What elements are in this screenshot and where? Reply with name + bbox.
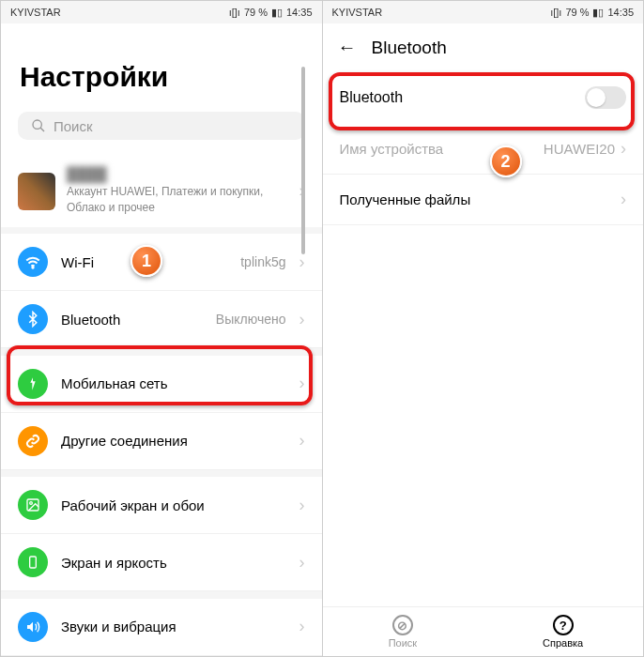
carrier: KYIVSTAR [10, 7, 61, 18]
account-name: ████ [67, 166, 288, 182]
battery-percent: 79 % [565, 7, 589, 18]
search-input[interactable]: Поиск [18, 112, 305, 140]
chevron-right-icon: › [299, 431, 305, 451]
bluetooth-row[interactable]: Bluetooth Выключено › [1, 291, 322, 348]
connections-row[interactable]: Другие соединения › [1, 413, 322, 470]
bluetooth-value: Выключено [216, 312, 286, 327]
vibrate-icon: ı[]ı [550, 7, 561, 18]
status-icons: ı[]ı 79 % ▮▯ 14:35 [550, 7, 634, 19]
status-bar: KYIVSTAR ı[]ı 79 % ▮▯ 14:35 [1, 1, 322, 23]
wifi-row[interactable]: Wi-Fi tplink5g › 1 [1, 234, 322, 291]
mobile-row[interactable]: Мобильная сеть › [1, 356, 322, 413]
section-divider [1, 470, 322, 478]
settings-screen: Настройки Поиск ████ Аккаунт HUAWEI, Пла… [1, 23, 322, 656]
device-name-row[interactable]: Имя устройства HUAWEI20 › [323, 124, 644, 175]
battery-icon: ▮▯ [271, 7, 283, 19]
svg-rect-5 [30, 557, 37, 568]
sound-row[interactable]: Звуки и вибрация › [1, 599, 322, 656]
search-placeholder: Поиск [54, 118, 93, 134]
device-name-value: HUAWEI20 [544, 141, 615, 157]
bluetooth-toggle-label: Bluetooth [340, 89, 404, 106]
header: ← Bluetooth [323, 23, 644, 71]
phone-settings-main: KYIVSTAR ı[]ı 79 % ▮▯ 14:35 Настройки По… [1, 1, 323, 656]
block-icon: ⊘ [392, 615, 413, 635]
nav-search[interactable]: ⊘ Поиск [323, 615, 483, 649]
section-divider [1, 227, 322, 235]
wallpaper-row[interactable]: Рабочий экран и обои › [1, 477, 322, 534]
carrier: KYIVSTAR [332, 7, 383, 18]
screen-row[interactable]: Экран и яркость › [1, 534, 322, 591]
section-divider [1, 591, 322, 599]
bluetooth-icon [18, 304, 48, 334]
bottom-nav: ⊘ Поиск ? Справка [323, 606, 644, 656]
svg-point-4 [30, 502, 33, 505]
page-title: Настройки [1, 23, 322, 112]
chevron-right-icon: › [299, 374, 305, 393]
sound-icon [18, 612, 48, 642]
svg-point-0 [33, 120, 41, 129]
screen-label: Экран и яркость [61, 555, 286, 571]
chevron-right-icon: › [299, 496, 305, 515]
clock: 14:35 [607, 7, 634, 18]
search-icon [31, 118, 46, 133]
wifi-label: Wi-Fi [61, 254, 227, 270]
status-bar: KYIVSTAR ı[]ı 79 % ▮▯ 14:35 [323, 1, 644, 23]
section-divider [1, 348, 322, 356]
mobile-icon [18, 369, 48, 399]
received-files-label: Полученные файлы [340, 191, 471, 207]
bluetooth-toggle-row[interactable]: Bluetooth [323, 71, 644, 124]
chevron-right-icon: › [299, 617, 305, 636]
wifi-icon [18, 247, 48, 277]
phone-icon [18, 547, 48, 577]
device-name-label: Имя устройства [340, 141, 444, 157]
phone-bluetooth-settings: KYIVSTAR ı[]ı 79 % ▮▯ 14:35 ← Bluetooth … [323, 1, 644, 656]
mobile-label: Мобильная сеть [61, 375, 286, 391]
chevron-right-icon: › [621, 190, 626, 209]
wifi-value: tplink5g [240, 254, 285, 269]
nav-search-label: Поиск [389, 637, 417, 649]
scrollbar[interactable] [301, 67, 305, 254]
account-subtitle: Аккаунт HUAWEI, Платежи и покупки, Облак… [67, 184, 288, 216]
svg-line-1 [40, 128, 44, 131]
wallpaper-label: Рабочий экран и обои [61, 497, 286, 513]
vibrate-icon: ı[]ı [229, 7, 240, 18]
chevron-right-icon: › [299, 310, 305, 329]
battery-icon: ▮▯ [592, 7, 604, 19]
nav-help[interactable]: ? Справка [483, 615, 643, 649]
nav-help-label: Справка [543, 637, 583, 649]
status-icons: ı[]ı 79 % ▮▯ 14:35 [229, 7, 313, 19]
clock: 14:35 [286, 7, 313, 18]
chevron-right-icon: › [621, 139, 626, 159]
svg-point-2 [32, 267, 34, 269]
bluetooth-label: Bluetooth [61, 312, 203, 328]
back-button[interactable]: ← [338, 37, 357, 58]
sound-label: Звуки и вибрация [61, 619, 286, 634]
bluetooth-toggle[interactable] [585, 86, 626, 109]
battery-percent: 79 % [244, 7, 268, 18]
chevron-right-icon: › [299, 553, 305, 573]
connections-label: Другие соединения [61, 433, 286, 449]
avatar [18, 173, 55, 210]
picture-icon [18, 490, 48, 520]
link-icon [18, 426, 48, 456]
header-title: Bluetooth [372, 38, 447, 58]
account-row[interactable]: ████ Аккаунт HUAWEI, Платежи и покупки, … [1, 155, 322, 227]
received-files-row[interactable]: Полученные файлы › [323, 175, 644, 225]
chevron-right-icon: › [299, 252, 305, 272]
bluetooth-screen: ← Bluetooth Bluetooth Имя устройства HUA… [323, 23, 644, 656]
help-icon: ? [553, 615, 574, 635]
